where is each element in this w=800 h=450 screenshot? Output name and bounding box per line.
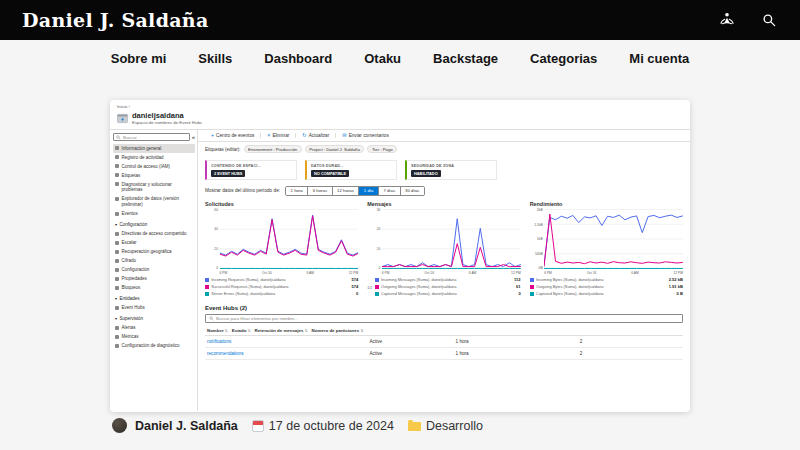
legend-swatch xyxy=(205,292,209,296)
legend-row: Server Errors (Suma), danieljsaldana0 xyxy=(205,291,358,296)
time-range-button[interactable]: 12 horas xyxy=(333,187,360,194)
sidebar-item[interactable]: Explorador de datos (versión preliminar) xyxy=(113,195,195,210)
metric-chart[interactable]: Mensajes 3020100 6 PMOct 166 AM12 PM 1/2… xyxy=(367,201,520,299)
legend-swatch xyxy=(375,292,379,296)
sidebar-search-input[interactable]: Buscar xyxy=(113,133,190,141)
time-range-button[interactable]: 30 días xyxy=(401,187,424,194)
legend-value: 0 xyxy=(518,291,520,296)
time-range-button[interactable]: 1 hora xyxy=(286,187,308,194)
sidebar-item[interactable]: Eventos xyxy=(113,209,195,218)
sidebar-item[interactable]: Alertas xyxy=(113,323,195,332)
tags-label[interactable]: Etiquetas (editar): xyxy=(205,147,241,152)
sidebar-item[interactable]: Etiquetas xyxy=(113,171,195,180)
command-button[interactable]: ↻ Actualizar xyxy=(295,133,335,138)
chart-legend: Incoming Messages (Suma), danieljsaldana… xyxy=(375,277,521,298)
main-nav: Sobre miSkillsDashboardOtakuBackstageCat… xyxy=(0,40,800,76)
nav-item[interactable]: Categorias xyxy=(530,51,597,66)
sidebar-item-icon xyxy=(115,286,119,290)
tag-pill[interactable]: Environment : Producción xyxy=(244,145,302,153)
sidebar-item[interactable]: Bloqueos xyxy=(113,283,195,292)
sidebar-item[interactable]: Propiedades xyxy=(113,274,195,283)
event-hub-link[interactable]: notifications xyxy=(205,336,368,347)
table-row[interactable]: recommendations Active 1 hora 2 xyxy=(205,348,683,360)
legend-value: 1.91 kB xyxy=(669,284,683,289)
legend-row: Incoming Bytes (Suma), danieljsaldana2.5… xyxy=(530,277,683,282)
sidebar-menu: Información general Registro de activida… xyxy=(113,144,195,350)
command-bar: + Centro de eventos × Eliminar ↻ Actuali… xyxy=(198,130,690,142)
sidebar-item[interactable]: Configuración xyxy=(113,265,195,274)
sort-icon: ⇅ xyxy=(225,329,228,333)
sidebar-collapse-icon[interactable]: « xyxy=(192,134,195,140)
sidebar-item[interactable]: Cifrado xyxy=(113,256,195,265)
event-hubs-namespace-icon xyxy=(117,113,128,124)
tag-pill[interactable]: Project : Daniel J. Saldaña xyxy=(305,145,365,153)
nav-item[interactable]: Otaku xyxy=(364,51,401,66)
column-header[interactable]: Nombre⇅ xyxy=(205,326,230,335)
sidebar-item[interactable]: ▾ Entidades xyxy=(113,294,195,303)
meditation-icon[interactable] xyxy=(718,11,736,29)
column-header[interactable]: Estado⇅ xyxy=(230,326,253,335)
event-hub-partitions: 2 xyxy=(578,348,683,359)
sidebar-item[interactable]: Información general xyxy=(113,144,195,153)
event-hubs-search-input[interactable]: Buscar para filtrar elementos por nombre… xyxy=(205,314,683,323)
post-category[interactable]: Desarrollo xyxy=(426,419,483,433)
sidebar-item[interactable]: Control de acceso (IAM) xyxy=(113,162,195,171)
search-icon[interactable] xyxy=(760,11,778,29)
sidebar-item[interactable]: Registro de actividad xyxy=(113,153,195,162)
tag-pill[interactable]: Tier : Pago xyxy=(367,145,397,153)
metric-chart[interactable]: Solicitudes 6040200 6 PMOct 166 AM12 PM … xyxy=(205,201,358,299)
time-range-label: Mostrar datos del último período de: xyxy=(205,188,280,193)
column-header[interactable]: Retención de mensajes⇅ xyxy=(253,326,310,335)
legend-row: Captured Bytes (Suma), danieljsaldana0 B xyxy=(530,291,683,296)
legend-value: 0 xyxy=(356,291,358,296)
sidebar-item-label: Etiquetas xyxy=(122,173,141,179)
avatar xyxy=(112,418,127,433)
command-button[interactable]: ✉ Enviar comentarios xyxy=(335,133,394,138)
command-button[interactable]: × Eliminar xyxy=(260,133,295,138)
time-range-button[interactable]: 7 días xyxy=(379,187,401,194)
sidebar-item[interactable]: ▾ Supervisión xyxy=(113,314,195,323)
event-hub-link[interactable]: recommendations xyxy=(205,348,368,359)
sidebar-item[interactable]: Event Hubs xyxy=(113,303,195,312)
legend-label: Server Errors (Suma), danieljsaldana xyxy=(211,291,354,296)
command-button[interactable]: + Centro de eventos xyxy=(205,133,260,138)
sidebar-item[interactable]: ▾ Configuración xyxy=(113,220,195,229)
column-header[interactable]: Número de particiones⇅ xyxy=(310,326,366,335)
sidebar-item-icon xyxy=(115,326,119,330)
author-name[interactable]: Daniel J. Saldaña xyxy=(135,419,238,433)
nav-item[interactable]: Mi cuenta xyxy=(629,51,689,66)
sidebar-item-icon xyxy=(115,164,119,168)
site-logo[interactable]: Daniel J. Saldaña xyxy=(22,9,209,31)
time-range-button[interactable]: 1 día xyxy=(359,187,379,194)
post-image-azure-portal[interactable]: Inicio › danieljsaldana Espacio de nombr… xyxy=(110,100,690,412)
chart-title: Solicitudes xyxy=(205,201,358,207)
breadcrumb[interactable]: Inicio › xyxy=(110,100,690,110)
sidebar-item-icon xyxy=(115,146,119,150)
sidebar-item[interactable]: Recuperación geográfica xyxy=(113,247,195,256)
chart-legend: Incoming Requests (Suma), danieljsaldana… xyxy=(205,277,358,298)
nav-item[interactable]: Sobre mi xyxy=(111,51,167,66)
metric-chart[interactable]: Rendimiento 2kB1.5kB1kB500B0B 6 PMOct 16… xyxy=(530,201,683,299)
table-row[interactable]: notifications Active 1 hora 2 xyxy=(205,336,683,348)
sidebar-item[interactable]: Escalar xyxy=(113,238,195,247)
sidebar-item[interactable]: Métricas xyxy=(113,332,195,341)
legend-swatch xyxy=(530,292,534,296)
nav-item[interactable]: Skills xyxy=(198,51,232,66)
legend-swatch xyxy=(205,278,209,282)
sidebar-item[interactable]: Diagnosticar y solucionar problemas xyxy=(113,180,195,195)
nav-item[interactable]: Backstage xyxy=(433,51,498,66)
sidebar-item[interactable]: Directivas de acceso compartido xyxy=(113,229,195,238)
nav-item[interactable]: Dashboard xyxy=(264,51,332,66)
legend-pager[interactable]: 1/2 xyxy=(367,286,372,290)
sidebar-item-icon xyxy=(115,155,119,159)
status-badge: NO COMPATIBLE xyxy=(311,170,349,177)
info-box-title: SEGURIDAD DE ZONA xyxy=(411,164,492,168)
legend-label: Captured Messages (Suma), danieljsaldana xyxy=(381,291,516,296)
legend-label: Incoming Bytes (Suma), danieljsaldana xyxy=(536,277,667,282)
chart-x-axis: 6 PMOct 166 AM12 PM xyxy=(382,271,521,275)
time-range-button[interactable]: 6 horas xyxy=(308,187,332,194)
sidebar-item-icon xyxy=(115,344,119,348)
sidebar-item[interactable]: Configuración de diagnóstico xyxy=(113,341,195,350)
status-badge: HABILITADO xyxy=(411,170,441,177)
sidebar-item-label: Eventos xyxy=(122,211,138,217)
